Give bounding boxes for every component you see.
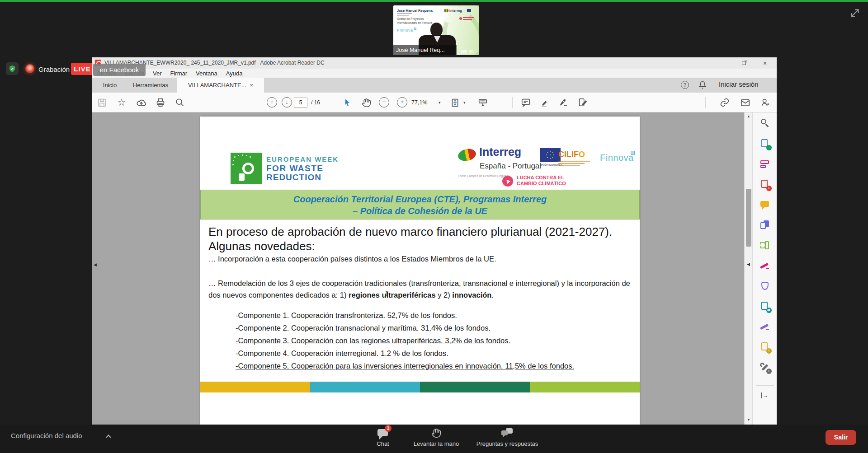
collapse-panel-icon[interactable]: → xyxy=(761,392,769,399)
email-icon[interactable] xyxy=(740,97,750,108)
export-pdf-icon[interactable]: → xyxy=(760,139,770,149)
menu-ventana[interactable]: Ventana xyxy=(196,70,217,77)
comment-icon[interactable] xyxy=(520,97,531,108)
tab-document-label: VILLAMARCHANTE... xyxy=(188,82,246,89)
sign-pen-icon[interactable] xyxy=(558,97,569,108)
slide-heading-line2: Algunas novedades: xyxy=(208,239,315,253)
page-total-label: / 16 xyxy=(311,93,320,112)
scrollbar-thumb[interactable] xyxy=(746,189,751,247)
left-pane-collapse-icon[interactable]: ◀ xyxy=(94,262,97,267)
menu-ver[interactable]: Ver xyxy=(153,70,162,77)
component-line: -Componente 3. Cooperación con las regio… xyxy=(236,334,574,347)
certificates-icon[interactable] xyxy=(760,322,770,332)
live-location-badge: en Facebook xyxy=(93,64,146,76)
menu-firmar[interactable]: Firmar xyxy=(170,70,188,77)
find-tool-icon[interactable] xyxy=(760,118,770,128)
combine-files-icon[interactable] xyxy=(760,220,770,230)
notifications-bell-icon[interactable] xyxy=(698,81,707,89)
cilifo-subtext-line xyxy=(558,165,580,166)
live-badge: LIVE xyxy=(71,63,94,75)
thumb-role-line2: Internacionales en Finnova xyxy=(397,21,432,24)
slide-title-banner: Cooperación Territorial Europea (CTE), P… xyxy=(200,190,640,219)
acrobat-window: VILLAMARCHANTE_EWWR2020_ 245_11_2020_JMR… xyxy=(92,57,777,425)
star-favorites-icon[interactable]: ☆ xyxy=(116,97,127,108)
document-area[interactable]: ◀ EUROPEAN WEEK FOR WASTE REDUCTION xyxy=(92,112,744,425)
zoom-out-icon[interactable]: − xyxy=(379,97,389,107)
zoom-in-icon[interactable]: + xyxy=(397,97,407,107)
stripe-segment xyxy=(200,382,310,392)
presentation-mode-icon[interactable] xyxy=(477,97,488,108)
tab-inicio[interactable]: Inicio xyxy=(97,78,123,93)
toolbar-divider xyxy=(705,97,706,108)
send-comments-icon[interactable]: ≡ xyxy=(760,342,770,352)
more-tools-icon[interactable]: + xyxy=(760,362,770,372)
chevron-up-icon[interactable] xyxy=(106,434,111,439)
next-page-icon[interactable]: ↓ xyxy=(282,97,292,107)
minimize-button[interactable] xyxy=(716,57,729,69)
comment-tool-icon[interactable] xyxy=(760,200,770,210)
print-icon[interactable] xyxy=(155,97,166,108)
add-person-icon[interactable] xyxy=(760,97,771,108)
restore-button[interactable] xyxy=(737,57,750,69)
tab-herramientas[interactable]: Herramientas xyxy=(128,78,173,93)
create-pdf-icon[interactable]: + xyxy=(760,179,770,189)
panel-divider xyxy=(756,385,774,386)
qa-button[interactable]: Preguntas y respuestas xyxy=(480,428,534,447)
banner-line1: Cooperación Territorial Europea (CTE), P… xyxy=(201,193,639,205)
edit-pdf-icon[interactable] xyxy=(760,159,770,169)
presenter-video-thumbnail[interactable]: José Manuel Requena Gestor de Proyectos … xyxy=(393,5,479,55)
cilifo-subtext-line xyxy=(558,163,585,164)
page-number-input[interactable]: 5 xyxy=(294,98,307,107)
raise-hand-button[interactable]: Levantar la mano xyxy=(409,428,463,447)
fill-sign-icon[interactable] xyxy=(577,97,588,108)
menu-ayuda[interactable]: Ayuda xyxy=(226,70,243,77)
scroll-down-icon[interactable]: ▼ xyxy=(745,418,753,422)
security-badge[interactable] xyxy=(6,62,19,75)
window-titlebar: VILLAMARCHANTE_EWWR2020_ 245_11_2020_JMR… xyxy=(92,57,777,69)
sign-in-link[interactable]: Iniciar sesión xyxy=(719,80,759,88)
body-paragraph-segment: regiones ultraperiféricas xyxy=(349,291,436,299)
previous-page-icon[interactable]: ↑ xyxy=(267,97,277,107)
ewwr-star xyxy=(232,164,234,165)
thumb-text-line xyxy=(397,13,412,14)
save-icon[interactable] xyxy=(96,97,107,108)
help-icon[interactable]: ? xyxy=(681,81,689,89)
share-link-icon[interactable] xyxy=(719,97,730,108)
ewwr-star xyxy=(233,160,234,161)
interreg-flags-icon xyxy=(457,147,477,163)
right-pane-collapse-icon[interactable]: ◀ xyxy=(747,262,750,266)
scroll-up-icon[interactable]: ▲ xyxy=(745,114,753,118)
leave-meeting-button[interactable]: Salir xyxy=(826,430,856,445)
close-button[interactable]: × xyxy=(758,57,772,69)
fill-sign-icon[interactable] xyxy=(760,261,770,271)
hand-tool-icon[interactable] xyxy=(361,97,372,108)
chat-button[interactable]: 1 Chat xyxy=(356,428,410,447)
thumb-text-line xyxy=(397,15,409,16)
finnova-logo-text: Finnova xyxy=(600,153,634,163)
organize-pages-icon[interactable] xyxy=(760,240,770,250)
ewwr-logo-text2: FOR WASTE xyxy=(266,163,323,173)
cloud-upload-icon[interactable] xyxy=(136,97,146,108)
toolbar-divider xyxy=(332,97,332,108)
select-pointer-icon[interactable] xyxy=(342,97,353,108)
fit-page-caret-icon[interactable]: ▾ xyxy=(463,93,466,112)
search-zoom-icon[interactable] xyxy=(175,97,185,108)
thumb-footer-logo xyxy=(469,50,473,53)
tab-document[interactable]: VILLAMARCHANTE... × xyxy=(177,78,264,93)
highlighter-icon[interactable] xyxy=(540,97,551,108)
fit-page-icon[interactable] xyxy=(449,97,460,108)
protect-icon[interactable] xyxy=(760,281,770,291)
tab-close-icon[interactable]: × xyxy=(250,82,254,89)
eu-flag-icon xyxy=(540,148,561,162)
audio-settings-button[interactable]: Configuración del audio xyxy=(11,432,82,439)
body-paragraph-segment: y 2) xyxy=(436,291,453,299)
compress-pdf-icon[interactable]: ⇄ xyxy=(760,301,770,311)
ewwr-hand-shape xyxy=(242,163,254,174)
fullscreen-expand-icon[interactable] xyxy=(849,7,861,19)
thumb-interreg-logo: Interreg xyxy=(449,9,462,13)
zoom-level-value[interactable]: 77,1% xyxy=(411,93,427,112)
zoom-caret-icon[interactable]: ▾ xyxy=(439,93,441,112)
tools-panel: →+⇄≡+ → xyxy=(752,112,777,425)
slide-bullet2: … Remodelación de los 3 ejes de cooperac… xyxy=(208,277,638,301)
vertical-scrollbar[interactable]: ▲ ◀ ▼ xyxy=(744,112,752,425)
